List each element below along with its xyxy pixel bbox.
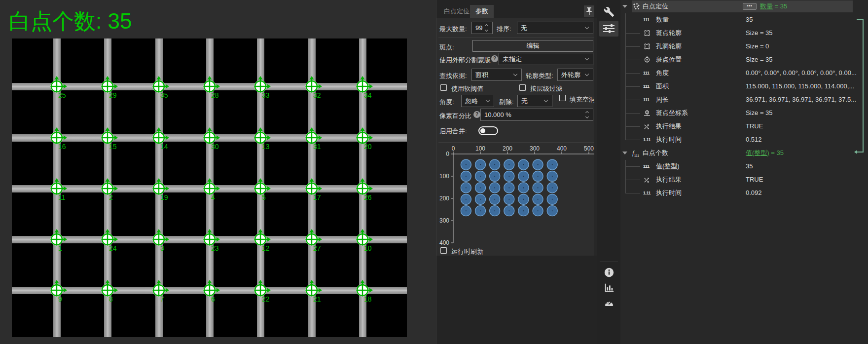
tree-node-label[interactable]: 白点个数: [643, 147, 668, 159]
tree-leaf-label[interactable]: 执行时间: [656, 187, 682, 199]
svg-text:31: 31: [313, 143, 321, 151]
tree-leaf-value: TRUE: [746, 174, 763, 186]
svg-text:0: 0: [446, 151, 449, 157]
svg-text:6: 6: [211, 295, 215, 303]
soft-threshold-checkbox[interactable]: [440, 84, 447, 91]
contour-type-dropdown[interactable]: 外轮廓: [557, 69, 593, 81]
tree-branch-line: [625, 33, 640, 34]
svg-text:2: 2: [109, 193, 113, 201]
decimal-icon: 1.11: [643, 134, 651, 146]
wrench-icon[interactable]: [604, 6, 615, 17]
info-icon[interactable]: [604, 267, 615, 278]
spin-down-icon[interactable]: [585, 115, 589, 118]
tree-leaf-value: 0.00°, 0.00°, 0.00°, 0.00°, 0.00°, 0.00.…: [746, 67, 857, 79]
tree-leaf-label[interactable]: 执行结果: [656, 120, 682, 132]
bar-chart-icon[interactable]: [604, 282, 615, 293]
fill-holes-label: 填充空洞: [570, 95, 595, 104]
tree-leaf-label[interactable]: 角度: [656, 67, 669, 79]
tree-leaf-value: 0.512: [746, 134, 762, 146]
tree-node-label[interactable]: 白点定位: [643, 0, 668, 12]
help-icon[interactable]: ?: [473, 111, 480, 118]
image-viewer: 白点个数: 35 2529352833323416151430133120112…: [0, 0, 435, 344]
tree-leaf-value: 0.092: [746, 187, 762, 199]
svg-text:27: 27: [313, 244, 321, 252]
tree-leaf-value: Size = 35: [746, 107, 773, 119]
blob-marker: 1: [51, 229, 68, 252]
tab-result[interactable]: 白点定位: [438, 5, 475, 18]
svg-text:34: 34: [364, 91, 372, 99]
find-by-dropdown[interactable]: 面积: [471, 69, 522, 81]
cull-dropdown[interactable]: 无: [517, 95, 552, 107]
edit-button[interactable]: 编辑: [472, 40, 593, 52]
svg-text:200: 200: [439, 195, 449, 202]
decimal-icon: 1.11: [643, 187, 651, 199]
tree-leaf-label[interactable]: 斑点轮廓: [656, 27, 682, 39]
hierarchy-filter-checkbox[interactable]: [519, 84, 526, 91]
spin-down-icon[interactable]: [485, 28, 488, 32]
svg-text:9: 9: [58, 295, 62, 303]
blob-marker: 25: [51, 76, 68, 99]
svg-text:13: 13: [262, 143, 270, 151]
fill-holes-checkbox[interactable]: [559, 95, 566, 101]
pin-icon: [584, 5, 594, 17]
tree-leaf-label[interactable]: 执行结果: [656, 174, 682, 186]
blob-marker: 13: [254, 127, 271, 151]
merge-toggle[interactable]: [478, 126, 498, 135]
tree-branch-line: [625, 86, 640, 87]
help-icon[interactable]: ?: [491, 55, 498, 62]
tree-branch-line: [625, 46, 640, 47]
more-button[interactable]: •••: [743, 3, 757, 10]
spin-up-icon[interactable]: [585, 111, 589, 115]
svg-text:100: 100: [475, 145, 485, 152]
number-icon: 111: [643, 160, 650, 172]
sort-label: 排序:: [497, 25, 511, 34]
tree-leaf-label[interactable]: 孔洞轮廓: [656, 40, 682, 52]
tree-leaf-value: 35: [746, 14, 753, 26]
sliders-button[interactable]: [599, 21, 618, 37]
fx-icon: f111: [632, 147, 639, 162]
svg-text:8: 8: [109, 295, 113, 303]
collapse-arrow-icon[interactable]: [622, 5, 627, 8]
blob-marker: 29: [102, 76, 118, 99]
number-icon: 111: [643, 67, 650, 79]
shuffle-icon: [643, 122, 650, 134]
svg-text:19: 19: [160, 193, 168, 201]
tree-leaf-label[interactable]: 执行时间: [656, 134, 682, 146]
blob-marker: 24: [102, 229, 118, 252]
blobs-icon: [632, 2, 640, 14]
tab-params[interactable]: 参数: [470, 5, 494, 18]
tree-branch-line: [625, 13, 626, 140]
tree-leaf-value: Size = 35: [746, 54, 773, 66]
tree-leaf-label[interactable]: 数量: [656, 14, 669, 26]
inspection-image[interactable]: 2529352833323416151430133120112194517261…: [12, 38, 407, 337]
spin-up-icon[interactable]: [485, 24, 488, 28]
max-count-spinner[interactable]: 99: [471, 22, 493, 34]
soft-threshold-label: 使用软阈值: [451, 84, 483, 93]
tool-strip: [597, 0, 620, 344]
blob-position-chart: 01002003004005000100200300400: [436, 144, 597, 249]
link-bracket: [857, 19, 864, 153]
tree-leaf-label[interactable]: 斑点坐标系: [656, 107, 688, 119]
svg-text:300: 300: [439, 217, 449, 224]
tree-leaf-label[interactable]: 斑点位置: [656, 54, 682, 66]
pixel-percent-input[interactable]: 10.000 %: [480, 109, 593, 121]
svg-text:3: 3: [160, 244, 164, 252]
blob-marker: 27: [306, 229, 323, 252]
tree-branch-line: [625, 73, 640, 74]
sort-dropdown[interactable]: 无: [517, 22, 593, 34]
gauge-icon[interactable]: [604, 298, 615, 308]
pin-button[interactable]: [584, 5, 594, 17]
blob-marker: 35: [153, 76, 170, 99]
tree-leaf-value: 36.971, 36.971, 36.971, 36.971, 37.5...: [746, 94, 856, 106]
collapse-arrow-icon[interactable]: [622, 152, 627, 154]
blob-marker: 6: [204, 280, 220, 303]
hierarchy-filter-label: 按层级过滤: [530, 84, 562, 93]
tree-leaf-label[interactable]: 值(整型): [656, 160, 680, 172]
tree-leaf-label[interactable]: 周长: [656, 94, 669, 106]
number-icon: 111: [643, 14, 650, 26]
angle-dropdown[interactable]: 忽略: [461, 95, 494, 107]
mask-dropdown[interactable]: 未指定: [499, 53, 593, 65]
blob-marker: 23: [204, 229, 220, 252]
runtime-refresh-checkbox[interactable]: [440, 247, 447, 254]
tree-leaf-label[interactable]: 面积: [656, 80, 669, 92]
